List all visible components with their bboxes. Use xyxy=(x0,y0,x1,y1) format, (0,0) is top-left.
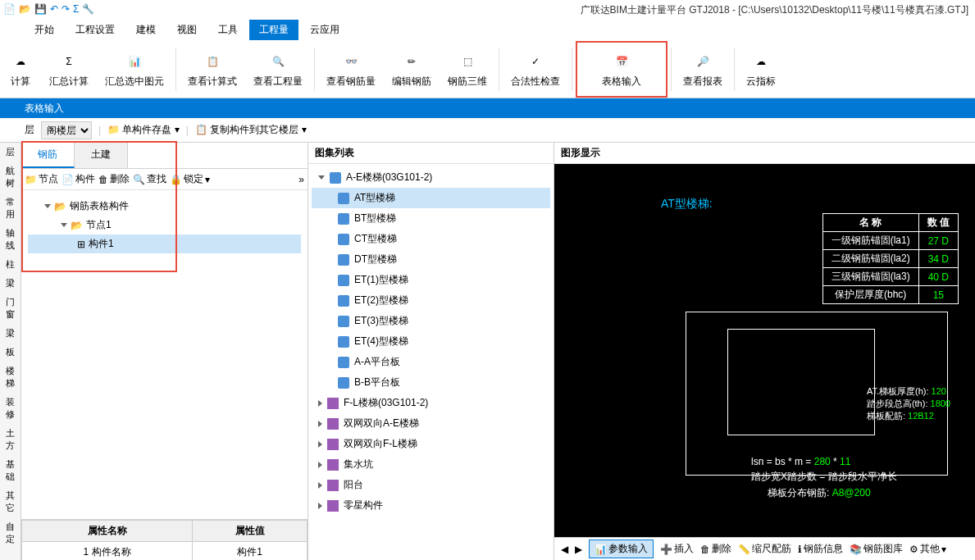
menu-view[interactable]: 视图 xyxy=(167,20,207,40)
atlas-item-1[interactable]: AT型楼梯 xyxy=(312,188,550,208)
nav-back-icon[interactable]: ◀ xyxy=(561,544,568,555)
atlas-item-8[interactable]: ET(4)型楼梯 xyxy=(312,331,550,352)
floor-select[interactable]: 阁楼层 xyxy=(41,121,92,139)
insert-btn[interactable]: ➕ 插入 xyxy=(660,542,694,556)
delete-btn[interactable]: 🗑删除 xyxy=(98,172,130,186)
formula-icon[interactable]: Σ xyxy=(73,3,79,15)
ribbon-sum-selected[interactable]: 📊汇总选中图元 xyxy=(97,41,172,98)
other-btn[interactable]: ⚙ 其他 ▾ xyxy=(909,542,946,556)
graphics-header: 图形显示 xyxy=(554,143,975,164)
more-btn[interactable]: » xyxy=(298,174,304,185)
bottom-toolbar: ◀ ▶ 📊 参数输入 ➕ 插入 🗑 删除 📏 缩尺配筋 ℹ 钢筋信息 📚 钢筋图… xyxy=(554,537,975,560)
delete-btn2[interactable]: 🗑 删除 xyxy=(700,542,731,556)
ribbon-sum[interactable]: Σ汇总计算 xyxy=(41,41,97,98)
left-sidebar: 层 航树 常用 轴线 柱 梁 门窗 梁 板 楼梯 装修 土方 基础 其它 自定 xyxy=(0,143,21,560)
component-panel: 钢筋 土建 📁节点 📄构件 🗑删除 🔍查找 🔒锁定 ▾ » 📂 钢筋表格构件 📂… xyxy=(21,143,308,560)
ribbon-view-formula[interactable]: 📋查看计算式 xyxy=(180,41,245,98)
open-icon[interactable]: 📂 xyxy=(19,3,31,15)
atlas-item-4[interactable]: DT型楼梯 xyxy=(312,249,550,270)
atlas-item-12[interactable]: 双网双向A-E楼梯 xyxy=(312,413,550,434)
scale-rebar-btn[interactable]: 📏 缩尺配筋 xyxy=(738,542,791,556)
tree-root[interactable]: 📂 钢筋表格构件 xyxy=(28,197,301,216)
new-icon[interactable]: 📄 xyxy=(3,3,16,15)
tool-icon[interactable]: 🔧 xyxy=(82,3,94,15)
redo-icon[interactable]: ↷ xyxy=(62,3,70,15)
ribbon-rebar-3d[interactable]: ⬚钢筋三维 xyxy=(440,41,495,98)
atlas-panel: 图集列表 A-E楼梯(03G101-2)AT型楼梯BT型楼梯CT型楼梯DT型楼梯… xyxy=(308,143,554,560)
menu-cloud[interactable]: 云应用 xyxy=(300,20,349,40)
atlas-item-5[interactable]: ET(1)型楼梯 xyxy=(312,270,550,290)
find-btn[interactable]: 🔍查找 xyxy=(133,172,166,186)
tab-civil[interactable]: 土建 xyxy=(75,143,128,168)
ribbon-view-report[interactable]: 🔎查看报表 xyxy=(675,41,731,98)
atlas-item-3[interactable]: CT型楼梯 xyxy=(312,229,550,249)
menu-quantity[interactable]: 工程量 xyxy=(249,20,298,40)
toolbar2: 层 阁楼层 | 📁 单构件存盘 ▾ | 📋 复制构件到其它楼层 ▾ xyxy=(0,118,975,143)
atlas-item-7[interactable]: ET(3)型楼梯 xyxy=(312,311,550,331)
menu-model[interactable]: 建模 xyxy=(126,20,166,40)
atlas-item-15[interactable]: 阳台 xyxy=(312,475,550,495)
graphics-canvas[interactable]: AT型楼梯: 名 称数 值 一级钢筋锚固(la1)27 D 二级钢筋锚固(la2… xyxy=(554,164,975,537)
lock-btn[interactable]: 🔒锁定 ▾ xyxy=(170,172,210,186)
atlas-item-0[interactable]: A-E楼梯(03G101-2) xyxy=(312,167,550,188)
ribbon-calc[interactable]: ☁计算 xyxy=(0,41,41,98)
formula-rebar: 梯板分布钢筋: A8@200 xyxy=(768,486,871,500)
atlas-header: 图集列表 xyxy=(308,143,554,164)
menu-tools[interactable]: 工具 xyxy=(208,20,248,40)
window-title: 广联达BIM土建计量平台 GTJ2018 - [C:\Users\10132\D… xyxy=(581,3,968,17)
param-table: 名 称数 值 一级钢筋锚固(la1)27 D 二级钢筋锚固(la2)34 D 三… xyxy=(822,213,959,304)
atlas-item-11[interactable]: F-L楼梯(03G101-2) xyxy=(312,393,550,413)
prop-row-name[interactable]: 1 构件名称 xyxy=(22,542,193,561)
ribbon-view-rebar[interactable]: 👓查看钢筋量 xyxy=(318,41,384,98)
rebar-info-btn[interactable]: ℹ 钢筋信息 xyxy=(798,542,843,556)
save-component-btn[interactable]: 📁 单构件存盘 ▾ xyxy=(107,123,180,137)
copy-component-btn[interactable]: 📋 复制构件到其它楼层 ▾ xyxy=(195,123,307,137)
ribbon-cloud-index[interactable]: ☁云指标 xyxy=(738,41,784,98)
menu-start[interactable]: 开始 xyxy=(25,20,64,40)
rebar-gallery-btn[interactable]: 📚 钢筋图库 xyxy=(850,542,903,556)
component-btn[interactable]: 📄构件 xyxy=(62,172,95,186)
formula-lsn: lsn = bs * m = 280 * 11 xyxy=(751,456,850,467)
nav-fwd-icon[interactable]: ▶ xyxy=(575,544,582,555)
atlas-item-9[interactable]: A-A平台板 xyxy=(312,352,550,372)
atlas-item-2[interactable]: BT型楼梯 xyxy=(312,208,550,229)
atlas-item-6[interactable]: ET(2)型楼梯 xyxy=(312,290,550,311)
save-icon[interactable]: 💾 xyxy=(34,3,47,15)
ribbon-edit-rebar[interactable]: ✏编辑钢筋 xyxy=(384,41,440,98)
param-input-btn[interactable]: 📊 参数输入 xyxy=(589,540,654,558)
sub-header: 表格输入 xyxy=(0,98,975,118)
tab-rebar[interactable]: 钢筋 xyxy=(21,143,75,168)
layer-icon: 层 xyxy=(25,123,34,137)
undo-icon[interactable]: ↶ xyxy=(50,3,58,15)
ribbon-validate[interactable]: ✓合法性检查 xyxy=(503,41,568,98)
component-tree: 📂 钢筋表格构件 📂 节点1 ⊞ 构件1 xyxy=(21,190,308,519)
menu-bar: 开始 工程设置 建模 视图 工具 工程量 云应用 xyxy=(0,18,975,41)
tree-node1[interactable]: 📂 节点1 xyxy=(28,216,301,234)
property-table: 属性名称属性值 1 构件名称构件1 xyxy=(21,519,308,560)
ribbon-view-quantity[interactable]: 🔍查看工程量 xyxy=(245,41,311,98)
graphics-panel: 图形显示 AT型楼梯: 名 称数 值 一级钢筋锚固(la1)27 D 二级钢筋锚… xyxy=(554,143,975,560)
menu-project[interactable]: 工程设置 xyxy=(66,20,125,40)
formula-step: 踏步宽X踏步数 = 踏步段水平净长 xyxy=(751,470,897,484)
atlas-item-16[interactable]: 零星构件 xyxy=(312,495,550,516)
tree-item1[interactable]: ⊞ 构件1 xyxy=(28,234,301,253)
atlas-item-14[interactable]: 集水坑 xyxy=(312,454,550,475)
node-btn[interactable]: 📁节点 xyxy=(25,172,58,186)
stair-title: AT型楼梯: xyxy=(661,197,713,212)
atlas-item-13[interactable]: 双网双向F-L楼梯 xyxy=(312,434,550,454)
ribbon-table-input[interactable]: 📅表格输入 xyxy=(576,41,667,98)
prop-row-value[interactable]: 构件1 xyxy=(193,542,308,561)
atlas-item-10[interactable]: B-B平台板 xyxy=(312,372,550,393)
ribbon: ☁计算 Σ汇总计算 📊汇总选中图元 📋查看计算式 🔍查看工程量 👓查看钢筋量 ✏… xyxy=(0,41,975,98)
